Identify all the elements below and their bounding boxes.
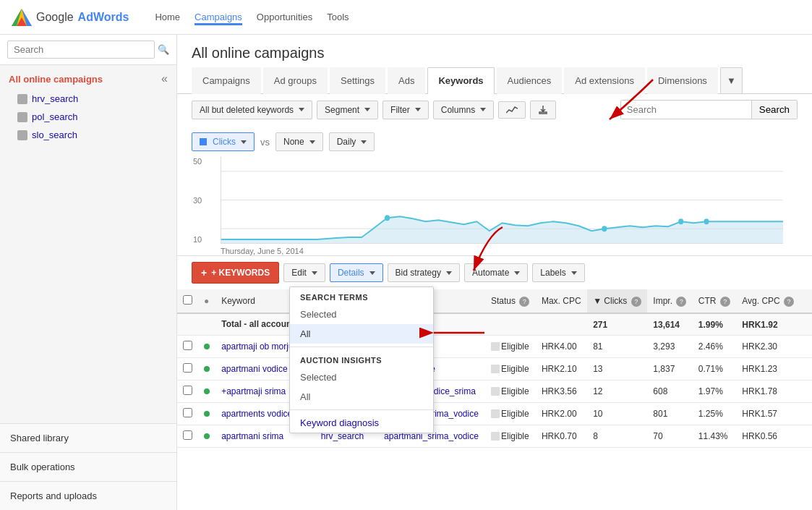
row1-checkbox[interactable] <box>183 363 192 373</box>
row3-keyword-link[interactable]: apartments vodice <box>221 409 292 419</box>
bid-strategy-button[interactable]: Bid strategy <box>388 263 460 282</box>
row4-avg-cpc-cell: HRK0.56 <box>736 425 800 448</box>
row1-extra-cell <box>800 358 812 381</box>
chart-svg <box>221 157 783 244</box>
all-online-campaigns-link[interactable]: All online campaigns <box>9 74 103 85</box>
row3-status-dot <box>204 411 210 417</box>
labels-button[interactable]: Labels <box>532 263 584 282</box>
table-row: +apartmaji srima slo_search apartmaji_vo… <box>177 381 812 403</box>
filter-button[interactable]: Filter <box>383 101 429 119</box>
th-ctr: CTR ? <box>693 289 736 313</box>
line-chart-icon <box>506 106 518 114</box>
th-checkbox <box>177 289 198 313</box>
automate-label: Automate <box>472 268 509 278</box>
search-terms-all-item[interactable]: All <box>290 324 433 344</box>
row2-extra-cell <box>800 381 812 403</box>
svg-rect-20 <box>491 409 500 418</box>
sidebar-item-label-slo: slo_search <box>32 129 77 140</box>
search-submit-button[interactable]: Search <box>751 101 797 119</box>
row1-max-cpc-cell: HRK2.10 <box>536 358 587 381</box>
tab-ad-extensions[interactable]: Ad extensions <box>564 67 645 94</box>
row2-status-cell: Eligible <box>485 381 536 403</box>
sidebar-item-slo-search[interactable]: slo_search <box>0 126 176 144</box>
period-caret <box>361 140 367 144</box>
auction-insights-selected-item[interactable]: Selected <box>290 367 433 387</box>
svg-point-10 <box>385 215 390 221</box>
chart-controls: Clicks vs None Daily <box>192 132 798 151</box>
add-keywords-button[interactable]: + + KEYWORDS <box>192 262 279 284</box>
tab-keywords[interactable]: Keywords <box>427 67 494 94</box>
columns-button[interactable]: Columns <box>433 101 494 119</box>
tabs-bar: Campaigns Ad groups Settings Ads Keyword… <box>177 67 812 94</box>
auction-insights-all-item[interactable]: All <box>290 387 433 407</box>
svg-point-12 <box>678 218 683 224</box>
sidebar-reports-uploads[interactable]: Reports and uploads <box>0 481 176 510</box>
row4-impr-cell: 70 <box>647 425 693 448</box>
avg-cpc-help-icon[interactable]: ? <box>784 297 794 307</box>
metric1-button[interactable]: Clicks <box>192 132 255 151</box>
total-dot-cell <box>198 313 215 336</box>
total-status-cell <box>485 313 536 336</box>
sidebar-search-icon[interactable]: 🔍 <box>158 44 169 55</box>
row2-status-dot <box>204 388 210 394</box>
period-button[interactable]: Daily <box>329 132 375 151</box>
row1-keyword-link[interactable]: apartmani vodice <box>221 364 287 374</box>
edit-button[interactable]: Edit <box>283 263 325 282</box>
keywords-table: ● Keyword Campaign Ad group Status ? Max… <box>177 289 812 448</box>
status-help-icon[interactable]: ? <box>519 297 529 307</box>
row4-keyword-link[interactable]: apartmani srima <box>221 431 283 441</box>
sidebar-search-input[interactable] <box>7 41 155 59</box>
sidebar-item-pol-search[interactable]: pol_search <box>0 108 176 126</box>
tab-ads[interactable]: Ads <box>388 67 425 94</box>
table-row: apartmani srima hrv_search apartmani_sri… <box>177 425 812 448</box>
row4-checkbox[interactable] <box>183 430 192 440</box>
metric2-button[interactable]: None <box>275 132 323 151</box>
th-clicks[interactable]: ▼ Clicks ? <box>587 289 647 313</box>
search-input[interactable] <box>621 101 751 119</box>
clicks-help-icon[interactable]: ? <box>631 297 641 307</box>
table-header-row: ● Keyword Campaign Ad group Status ? Max… <box>177 289 812 313</box>
chart-wrapper: 50 30 10 <box>221 157 783 255</box>
nav-home[interactable]: Home <box>155 9 180 25</box>
metric2-caret <box>309 140 315 144</box>
segment-button[interactable]: Segment <box>317 101 378 119</box>
row4-status-dot <box>204 433 210 439</box>
top-navigation: Google AdWords Home Campaigns Opportunit… <box>0 0 812 35</box>
row0-keyword-link[interactable]: apartmaji ob morju <box>221 341 293 352</box>
tab-more-button[interactable]: ▼ <box>720 67 743 93</box>
sidebar-shared-library[interactable]: Shared library <box>0 423 176 452</box>
tab-settings[interactable]: Settings <box>330 67 385 94</box>
tab-dimensions[interactable]: Dimensions <box>647 67 718 94</box>
tab-audiences[interactable]: Audiences <box>497 67 563 94</box>
row0-checkbox[interactable] <box>183 341 192 350</box>
chart-icon-button[interactable] <box>498 101 526 119</box>
sidebar-bulk-operations[interactable]: Bulk operations <box>0 452 176 481</box>
automate-button[interactable]: Automate <box>464 263 528 282</box>
row2-checkbox[interactable] <box>183 386 192 395</box>
details-button[interactable]: Details <box>330 263 383 282</box>
google-logo-icon <box>12 9 32 26</box>
filter-deleted-button[interactable]: All but deleted keywords <box>192 101 312 119</box>
row2-keyword-link[interactable]: +apartmaji srima <box>221 386 286 396</box>
search-terms-selected-item[interactable]: Selected <box>290 305 433 324</box>
ctr-help-icon[interactable]: ? <box>720 297 730 307</box>
sidebar-collapse-icon[interactable]: « <box>161 72 168 85</box>
select-all-checkbox[interactable] <box>183 295 192 305</box>
row0-dot-cell <box>198 336 215 358</box>
row3-checkbox[interactable] <box>183 408 192 417</box>
sidebar-item-hrv-search[interactable]: hrv_search <box>0 90 176 108</box>
row1-checkbox-cell <box>177 358 198 381</box>
th-status: Status ? <box>485 289 536 313</box>
download-button[interactable] <box>530 101 556 119</box>
keyword-diagnosis-item[interactable]: Keyword diagnosis <box>290 413 433 433</box>
row1-impr-cell: 1,837 <box>647 358 693 381</box>
tab-campaigns[interactable]: Campaigns <box>192 67 261 94</box>
nav-campaigns[interactable]: Campaigns <box>195 9 242 25</box>
y-label-10: 10 <box>193 235 202 244</box>
nav-tools[interactable]: Tools <box>327 9 349 25</box>
tab-ad-groups[interactable]: Ad groups <box>263 67 328 94</box>
nav-opportunities[interactable]: Opportunities <box>257 9 312 25</box>
download-icon <box>538 105 548 115</box>
svg-rect-17 <box>491 342 500 351</box>
impr-help-icon[interactable]: ? <box>676 297 686 307</box>
